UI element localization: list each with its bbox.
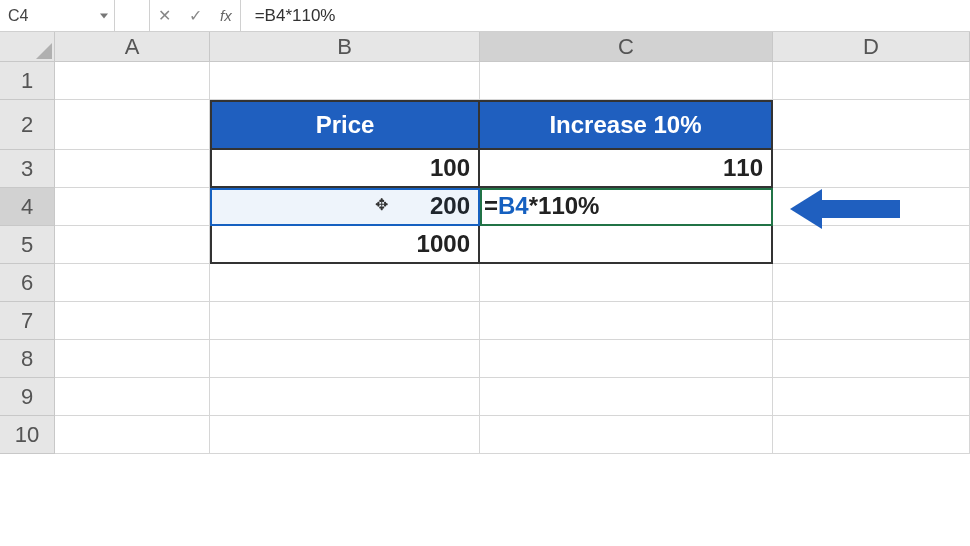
cell-a8[interactable] (55, 340, 210, 378)
cell-d2[interactable] (773, 100, 970, 150)
col-header-c[interactable]: C (480, 32, 773, 62)
row-9: 9 (0, 378, 970, 416)
row-header-1[interactable]: 1 (0, 62, 55, 100)
row-5: 5 (0, 226, 970, 264)
cell-b10[interactable] (210, 416, 480, 454)
cell-a5[interactable] (55, 226, 210, 264)
cell-b8[interactable] (210, 340, 480, 378)
cell-d3[interactable] (773, 150, 970, 188)
name-box-value: C4 (8, 7, 28, 25)
cell-a1[interactable] (55, 62, 210, 100)
col-header-d[interactable]: D (773, 32, 970, 62)
cell-c1[interactable] (480, 62, 773, 100)
row-2: 2 (0, 100, 970, 150)
cell-a7[interactable] (55, 302, 210, 340)
cell-b2[interactable] (210, 100, 480, 150)
cell-c5[interactable] (480, 226, 773, 264)
row-header-3[interactable]: 3 (0, 150, 55, 188)
cell-c8[interactable] (480, 340, 773, 378)
cell-c3[interactable] (480, 150, 773, 188)
cell-d5[interactable] (773, 226, 970, 264)
fx-icon[interactable]: fx (220, 7, 232, 24)
cell-c9[interactable] (480, 378, 773, 416)
cell-a10[interactable] (55, 416, 210, 454)
cell-c6[interactable] (480, 264, 773, 302)
cell-b6[interactable] (210, 264, 480, 302)
row-header-2[interactable]: 2 (0, 100, 55, 150)
row-6: 6 (0, 264, 970, 302)
cell-b9[interactable] (210, 378, 480, 416)
cell-a6[interactable] (55, 264, 210, 302)
name-box[interactable]: C4 (0, 0, 115, 31)
col-header-b[interactable]: B (210, 32, 480, 62)
col-header-a[interactable]: A (55, 32, 210, 62)
cell-a9[interactable] (55, 378, 210, 416)
cell-b5[interactable] (210, 226, 480, 264)
cell-c2[interactable] (480, 100, 773, 150)
formula-input-text: =B4*110% (255, 6, 336, 26)
cell-d10[interactable] (773, 416, 970, 454)
row-8: 8 (0, 340, 970, 378)
cell-c4[interactable] (480, 188, 773, 226)
column-headers: A B C D (0, 32, 970, 62)
cell-d1[interactable] (773, 62, 970, 100)
row-4: 4 (0, 188, 970, 226)
row-header-7[interactable]: 7 (0, 302, 55, 340)
formula-bar-spacer (115, 0, 150, 31)
cell-a3[interactable] (55, 150, 210, 188)
row-7: 7 (0, 302, 970, 340)
cell-d4[interactable] (773, 188, 970, 226)
rows-container: 1 2 3 4 5 (0, 62, 970, 454)
row-header-8[interactable]: 8 (0, 340, 55, 378)
row-3: 3 (0, 150, 970, 188)
cell-d7[interactable] (773, 302, 970, 340)
row-10: 10 (0, 416, 970, 454)
cell-c7[interactable] (480, 302, 773, 340)
cell-d8[interactable] (773, 340, 970, 378)
cell-d6[interactable] (773, 264, 970, 302)
row-header-5[interactable]: 5 (0, 226, 55, 264)
row-header-6[interactable]: 6 (0, 264, 55, 302)
cell-d9[interactable] (773, 378, 970, 416)
cell-c10[interactable] (480, 416, 773, 454)
name-box-dropdown-icon[interactable] (100, 13, 108, 18)
formula-input[interactable]: =B4*110% (241, 6, 970, 26)
formula-bar: C4 ✕ ✓ fx =B4*110% (0, 0, 970, 32)
row-header-10[interactable]: 10 (0, 416, 55, 454)
cell-a4[interactable] (55, 188, 210, 226)
cell-b1[interactable] (210, 62, 480, 100)
cancel-icon[interactable]: ✕ (158, 6, 171, 25)
row-header-9[interactable]: 9 (0, 378, 55, 416)
select-all-corner[interactable] (0, 32, 55, 62)
row-1: 1 (0, 62, 970, 100)
cell-a2[interactable] (55, 100, 210, 150)
cell-b4[interactable] (210, 188, 480, 226)
cell-b3[interactable] (210, 150, 480, 188)
row-header-4[interactable]: 4 (0, 188, 55, 226)
confirm-icon[interactable]: ✓ (189, 6, 202, 25)
cell-b7[interactable] (210, 302, 480, 340)
formula-bar-buttons: ✕ ✓ fx (150, 0, 241, 31)
spreadsheet-grid: A B C D 1 2 3 4 (0, 32, 970, 454)
